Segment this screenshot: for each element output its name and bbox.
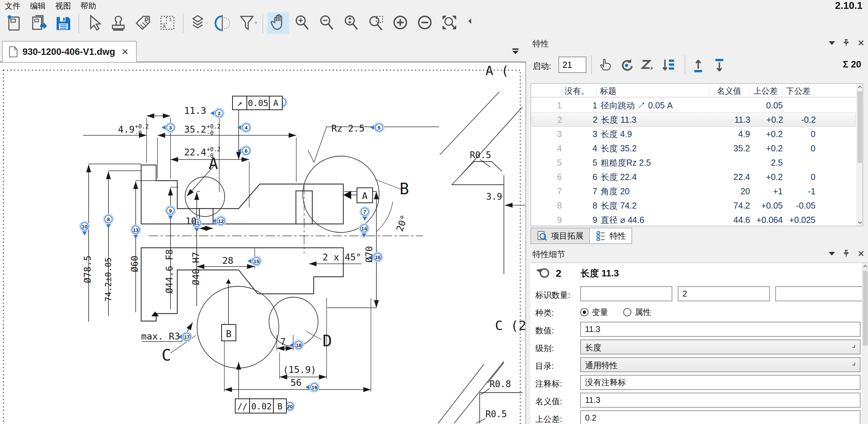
zoom-out-icon[interactable] (316, 12, 338, 34)
column-header-3[interactable]: 名义值 (709, 84, 749, 97)
table-row[interactable]: 77角度 2020+1-1 (532, 184, 856, 198)
balloon-17[interactable]: 17 (178, 332, 192, 342)
renumber-icon[interactable] (617, 56, 635, 74)
decrease-icon[interactable] (415, 12, 436, 34)
select-4[interactable]: 通用特性 (580, 357, 860, 372)
field-row-1: 种类:变量属性 (535, 304, 854, 320)
mirror-icon[interactable] (212, 12, 234, 34)
close-tab-icon[interactable]: ✕ (120, 47, 130, 57)
column-header-0[interactable] (531, 84, 561, 97)
document-tab[interactable]: 930-1200-406-V1.dwg ✕ (2, 41, 137, 62)
pin-icon[interactable] (842, 39, 850, 47)
radio-属性[interactable]: 属性 (623, 307, 651, 318)
tag-icon[interactable] (132, 12, 154, 34)
select-3[interactable]: 长度 (580, 339, 860, 354)
increase-icon[interactable] (390, 12, 412, 34)
filter-icon[interactable] (237, 12, 258, 34)
table-row[interactable]: 66长度 22.422.4+0.20 (532, 170, 856, 184)
zoom-dynamic-icon[interactable] (341, 12, 363, 34)
column-header-5[interactable]: 下公差 (782, 84, 815, 97)
panel-close-icon[interactable]: ✕ (857, 40, 865, 46)
move-bottom-icon[interactable] (710, 56, 728, 74)
menu-item-0[interactable]: 文件 (0, 0, 25, 11)
drawing-label: Ø70 (364, 246, 374, 263)
balloon-19[interactable]: 19 (305, 382, 319, 392)
input-5[interactable] (580, 375, 860, 390)
stamp-icon[interactable] (108, 12, 130, 34)
details-scroll-thumb[interactable] (863, 271, 868, 346)
id-quantity-input-2[interactable] (775, 286, 867, 301)
column-header-1[interactable]: 没有。 (561, 84, 597, 97)
select-cursor-icon[interactable] (83, 12, 105, 34)
table-row[interactable]: 22长度 11.311.3+0.2-0.2 (532, 112, 856, 127)
sort-list-icon[interactable] (659, 56, 677, 74)
svg-text:9: 9 (169, 208, 172, 214)
input-6[interactable] (580, 393, 860, 408)
tab-list-icon[interactable] (511, 47, 520, 57)
zoom-window-icon[interactable] (365, 12, 387, 34)
field-row-4: 目录:通用特性 (535, 357, 854, 374)
menu-item-1[interactable]: 编辑 (25, 0, 50, 11)
input-2[interactable] (580, 322, 860, 337)
zoom-fit-icon[interactable] (439, 12, 461, 34)
pin-icon[interactable] (842, 249, 850, 258)
menu-item-2[interactable]: 视图 (50, 0, 76, 11)
start-number-input[interactable] (558, 57, 586, 73)
scroll-up-icon[interactable] (857, 84, 863, 90)
table-row[interactable]: 55粗糙度Rz 2.52.5 (532, 155, 856, 170)
details-panel-title: 特性细节 (533, 249, 565, 259)
column-header-2[interactable]: 标题 (597, 84, 709, 97)
scroll-down-icon[interactable] (857, 219, 863, 226)
balloon-3[interactable]: 3 (162, 123, 176, 133)
balloon-5[interactable]: 5 (370, 123, 384, 133)
panel-menu-icon[interactable] (829, 252, 835, 256)
id-quantity-input-1[interactable] (678, 286, 770, 301)
layers-icon[interactable] (188, 12, 209, 34)
tab-特性[interactable]: 特性 (590, 228, 632, 244)
collapse-icon[interactable] (464, 12, 485, 34)
move-top-icon[interactable] (689, 56, 707, 74)
svg-text:5: 5 (378, 125, 380, 131)
z-sequence-icon[interactable] (638, 56, 656, 74)
save-icon[interactable] (53, 12, 74, 34)
radio-变量[interactable]: 变量 (580, 307, 608, 318)
svg-text:-0: -0 (207, 130, 213, 136)
table-row[interactable]: 88长度 74.274.2+0.05-0.05 (532, 198, 856, 213)
menu-item-3[interactable]: 帮助 (76, 0, 101, 11)
balloon-8[interactable]: 8 (104, 214, 114, 229)
table-row[interactable]: 33长度 4.94.9+0.20 (532, 127, 856, 141)
table-row[interactable]: 44长度 35.235.2+0.20 (532, 141, 856, 155)
details-panel-header: 特性细节 ✕ (533, 249, 865, 261)
panel-menu-icon[interactable] (829, 41, 835, 45)
pan-hand-icon[interactable] (267, 12, 289, 34)
panel-tabs: 项目拓展特性 (530, 228, 632, 245)
balloon-6[interactable]: 6 (237, 146, 251, 156)
drawing-label: Ø44.6 F8 (164, 249, 175, 293)
details-scrollbar[interactable] (862, 263, 868, 424)
svg-text:18: 18 (296, 342, 302, 348)
column-header-4[interactable]: 上公差 (749, 84, 782, 97)
tab-项目拓展[interactable]: 项目拓展 (530, 228, 590, 244)
balloon-13[interactable]: 13 (131, 225, 141, 239)
id-quantity-input-0[interactable] (580, 286, 672, 301)
panel-close-icon[interactable]: ✕ (857, 250, 865, 257)
hand-point-icon[interactable] (596, 56, 614, 74)
table-row[interactable]: 11径向跳动 ↗ 0.05 A0.05 (532, 98, 856, 112)
scroll-up-icon[interactable] (862, 263, 868, 269)
new-document-icon[interactable] (3, 12, 25, 34)
balloon-7[interactable]: 7 (360, 207, 370, 221)
balloon-10[interactable]: 10 (80, 222, 90, 236)
smart-region-icon[interactable]: 1A (157, 12, 179, 34)
table-scroll-thumb[interactable] (857, 91, 862, 163)
drawing-label: 3.9 (486, 192, 502, 202)
input-7[interactable] (580, 410, 860, 424)
drawing-canvas[interactable]: 123456789101112131415161718192011.34.9+0… (0, 62, 526, 424)
balloon-2[interactable]: 2 (210, 108, 224, 118)
document-tab-bar: 930-1200-406-V1.dwg ✕ (0, 41, 526, 62)
zoom-in-icon[interactable] (292, 12, 314, 34)
balloon-14[interactable]: 14 (359, 224, 369, 238)
table-scrollbar[interactable] (856, 84, 863, 226)
balloon-4[interactable]: 4 (237, 123, 251, 133)
table-row[interactable]: 99直径 ⌀ 44.644.6+0.064+0.025 (532, 213, 856, 227)
open-document-icon[interactable] (28, 12, 50, 34)
